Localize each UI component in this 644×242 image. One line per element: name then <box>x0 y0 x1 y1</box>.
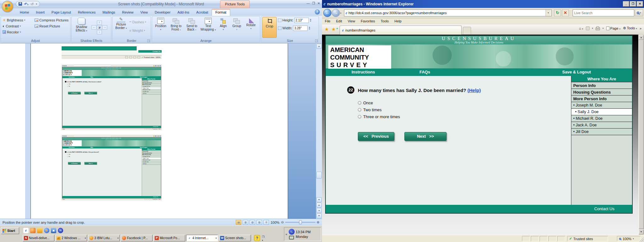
task-button-novell[interactable]: N Novell-delive... <box>23 235 54 241</box>
sidebar-item-housing-questions[interactable]: Housing Questions <box>571 89 632 95</box>
option-three-or-more[interactable]: Three or more times <box>358 114 400 119</box>
forward-button[interactable]: → <box>332 9 340 17</box>
quick-launch-media-player-icon[interactable]: ▶ <box>44 228 49 233</box>
dashes-button[interactable]: ┅Dashes▾ <box>129 19 147 25</box>
crop-button[interactable]: Crop <box>262 17 277 38</box>
task-button-facebook-firefox[interactable]: Facebook | P... <box>121 235 153 241</box>
tab-insert[interactable]: Insert <box>32 9 48 16</box>
sidebar-item-joseph-doe[interactable]: • Joseph M. Doe <box>571 102 632 109</box>
zoom-slider[interactable]: ⊖ ⊕ <box>281 220 319 224</box>
clock-time[interactable]: 13:34 PM <box>296 230 311 234</box>
tab-references[interactable]: References <box>75 9 99 16</box>
taskbar-help-icon[interactable]: ? <box>254 235 260 241</box>
ie-vertical-scrollbar[interactable]: ▲ ▼ <box>638 35 644 235</box>
contrast-button[interactable]: ◐Contrast▾ <box>2 23 34 29</box>
tab-format[interactable]: Format <box>212 9 230 16</box>
weight-button[interactable]: ≡Weight▾ <box>129 27 147 33</box>
tab-page-layout[interactable]: Page Layout <box>48 9 75 16</box>
rotate-button[interactable]: Rotate▾ <box>244 17 258 38</box>
previous-page-button[interactable]: ▲ <box>316 203 322 208</box>
zoom-slider-thumb[interactable] <box>299 220 302 224</box>
compress-pictures-button[interactable]: Compress Pictures <box>34 17 69 23</box>
quick-launch-messenger-icon[interactable]: ▣ <box>51 228 56 233</box>
tab-acrobat[interactable]: Acrobat <box>193 9 212 16</box>
nav-instructions[interactable]: Instructions <box>352 70 375 74</box>
tab-developer[interactable]: Developer <box>151 9 174 16</box>
task-button-powerpoint[interactable]: P Microsoft Po... <box>153 235 185 241</box>
word-close-button[interactable]: ✕ <box>318 2 320 5</box>
word-restore-button[interactable]: ❐ <box>312 2 315 5</box>
back-button[interactable]: ← <box>323 9 331 17</box>
ie-close-button[interactable]: ✕ <box>637 1 643 7</box>
group-button[interactable]: Group▾ <box>230 17 244 38</box>
new-tab-button[interactable] <box>463 27 471 35</box>
option-once[interactable]: Once <box>358 101 373 105</box>
tools-menu-button[interactable]: ⚙ Tools ▾ <box>623 26 637 30</box>
send-to-back-button[interactable]: Send to Back ▾ <box>184 17 200 38</box>
task-button-windows-group[interactable]: ▱ 2 Windows ...▾ <box>55 235 87 241</box>
radio-two-times[interactable] <box>358 108 361 112</box>
menu-edit[interactable]: Edit <box>333 19 345 23</box>
address-bar[interactable]: e ▾ <box>344 9 552 16</box>
scroll-down-button[interactable]: ▼ <box>316 197 322 202</box>
help-link[interactable]: (Help) <box>467 88 481 93</box>
scroll-thumb[interactable] <box>316 172 322 179</box>
height-spinner[interactable]: ▲▼ <box>310 18 312 22</box>
shadow-effects-button[interactable]: Shadow Effects ▾ <box>73 17 90 38</box>
shadow-toggle-button[interactable]: ◪ <box>97 25 102 30</box>
sidebar-item-michael-doe[interactable]: • Michael R. Doe <box>571 115 632 122</box>
menu-favorites[interactable]: Favorites <box>358 19 378 23</box>
nav-faqs[interactable]: FAQs <box>419 70 430 74</box>
embedded-screenshot-widow-question[interactable]: USCENSUSBUREAUHelping You Make Informed … <box>62 65 162 130</box>
radio-once[interactable] <box>358 101 361 105</box>
width-spinner[interactable]: ▲▼ <box>308 26 310 30</box>
tab-mailings[interactable]: Mailings <box>99 9 119 16</box>
position-button[interactable]: Position▾ <box>153 17 168 38</box>
print-layout-view-button[interactable]: ▤ <box>236 220 241 225</box>
brightness-button[interactable]: ☀Brightness▾ <box>2 17 34 23</box>
quick-launch-novell-icon[interactable]: N <box>58 228 63 233</box>
tab-add-ins[interactable]: Add-Ins <box>174 9 193 16</box>
picture-tools-contextual-tab[interactable]: Picture Tools <box>220 0 250 8</box>
tray-groupwise-icon[interactable]: ∿ <box>289 229 295 235</box>
menu-file[interactable]: File <box>322 19 333 23</box>
recolor-button[interactable]: Recolor▾ <box>2 29 34 35</box>
sidebar-item-more-person-info[interactable]: More Person Info <box>571 95 632 102</box>
select-browse-object-button[interactable]: ● <box>316 208 322 213</box>
next-button[interactable]: Next >> <box>404 132 447 141</box>
contact-us-link[interactable]: Contact Us <box>594 206 614 211</box>
embedded-screenshot-divorce-question[interactable]: USCENSUSBUREAUHelping You Make Informed … <box>62 135 162 200</box>
sidebar-item-sally-doe[interactable]: • Sally J. Doe <box>571 109 632 115</box>
task-button-internet-explorer-group[interactable]: e 4 Internet...▾ <box>186 235 218 241</box>
picture-border-button[interactable]: ✎ Picture Border ▾ <box>114 17 129 38</box>
tab-review[interactable]: Review <box>119 9 137 16</box>
previous-button[interactable]: << Previous <box>358 132 394 141</box>
border-dialog-launcher[interactable]: ↘ <box>147 39 150 42</box>
rss-feed-icon[interactable] <box>586 26 590 30</box>
quick-launch-ie-icon[interactable]: e <box>23 228 29 233</box>
browser-tab[interactable]: e numberofmarriages <box>340 26 462 35</box>
ie-minimize-button[interactable]: _ <box>623 1 629 7</box>
align-button[interactable]: Align▾ <box>217 17 230 38</box>
page-menu-button[interactable]: Page ▾ <box>606 26 620 30</box>
ie-scroll-down-button[interactable]: ▼ <box>639 229 644 234</box>
draft-view-button[interactable]: ☰ <box>264 220 269 225</box>
command-bar-chevron-icon[interactable]: » <box>640 26 641 30</box>
address-dropdown-icon[interactable]: ▾ <box>546 10 551 16</box>
menu-help[interactable]: Help <box>391 19 404 23</box>
word-minimize-button[interactable]: — <box>307 2 310 5</box>
search-box[interactable] <box>573 9 634 16</box>
sidebar-item-person-info[interactable]: Person Info <box>571 82 632 89</box>
nav-save-logout[interactable]: Save & Logout <box>562 70 591 74</box>
radio-three-or-more[interactable] <box>358 115 361 118</box>
nudge-right-button[interactable]: → <box>102 25 107 30</box>
office-button[interactable] <box>2 1 14 13</box>
height-input[interactable]: 2.13" <box>294 18 309 23</box>
quick-launch-folder-icon[interactable] <box>37 228 42 233</box>
zoom-slider-track[interactable] <box>285 222 315 223</box>
nudge-down-button[interactable]: ↓ <box>97 30 102 34</box>
menu-view[interactable]: View <box>345 19 358 23</box>
full-screen-view-button[interactable]: ▥ <box>243 220 248 225</box>
tab-view[interactable]: View <box>137 9 151 16</box>
add-favorite-icon[interactable]: ★＋ <box>331 26 336 32</box>
